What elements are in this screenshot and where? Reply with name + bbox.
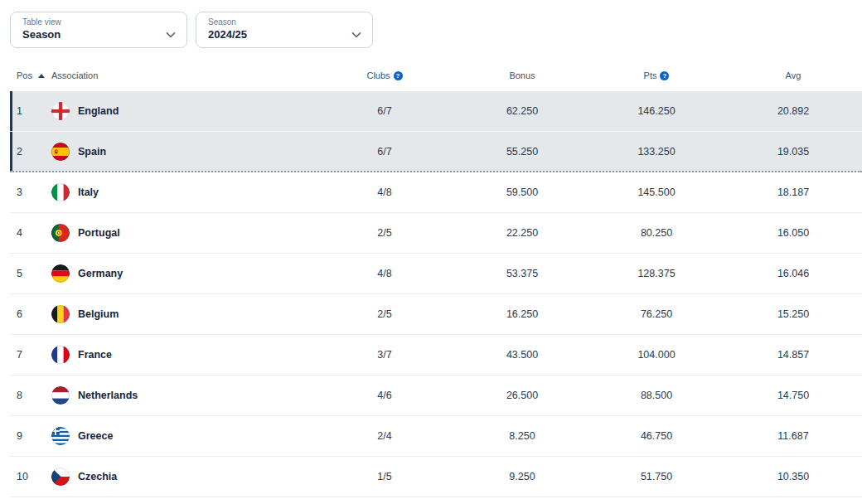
column-header-pos[interactable]: Pos [10, 70, 50, 80]
column-header-pts[interactable]: Pts ? [588, 70, 724, 80]
pts-value: 145.500 [588, 187, 724, 198]
association-name: Czechia [78, 471, 117, 482]
ranking-table: Pos Association Clubs ? Bonus Pts ? Avg … [10, 60, 862, 497]
season-select[interactable]: Season 2024/25 [196, 12, 373, 48]
table-row[interactable]: 4 Portugal 2/5 22.250 80.250 16.050 [10, 213, 862, 254]
bonus-value: 22.250 [456, 227, 588, 239]
bonus-value: 55.250 [456, 146, 588, 158]
avg-value: 15.250 [724, 308, 862, 320]
table-row[interactable]: 10 Czechia 1/5 9.250 51.750 10.350 [10, 457, 862, 497]
chevron-down-icon [351, 27, 361, 33]
flag-italy-icon [51, 183, 70, 201]
avg-value: 16.050 [724, 227, 862, 239]
table-row[interactable]: 1 England 6/7 62.250 146.250 20.892 [10, 91, 862, 132]
pts-value: 128.375 [588, 268, 724, 279]
position: 2 [10, 146, 50, 158]
association-name: Spain [78, 146, 106, 158]
table-row[interactable]: 9 Greece 2/4 8.250 46.750 11.687 [10, 416, 862, 457]
bonus-value: 59.500 [456, 187, 588, 198]
sort-ascending-icon [38, 74, 45, 78]
association-name: France [78, 349, 112, 361]
clubs-value: 2/4 [313, 430, 456, 442]
association-name: Germany [78, 268, 123, 279]
avg-value: 11.687 [724, 430, 862, 442]
pts-value: 88.500 [588, 390, 724, 401]
clubs-value: 4/6 [313, 390, 456, 401]
clubs-value: 1/5 [313, 471, 456, 482]
flag-france-icon [51, 346, 70, 364]
pts-value: 46.750 [588, 430, 724, 442]
position: 4 [10, 227, 50, 239]
association-name: Netherlands [78, 390, 138, 401]
flag-portugal-icon [51, 224, 70, 242]
table-header-row: Pos Association Clubs ? Bonus Pts ? Avg [10, 60, 862, 91]
pts-value: 146.250 [588, 105, 724, 117]
table-row[interactable]: 7 France 3/7 43.500 104.000 14.857 [10, 335, 862, 376]
association-name: Greece [78, 430, 113, 442]
table-body: 1 England 6/7 62.250 146.250 20.892 2 Sp… [10, 91, 862, 497]
table-row[interactable]: 8 Netherlands 4/6 26.500 88.500 14.750 [10, 376, 862, 416]
bonus-value: 62.250 [456, 105, 588, 117]
avg-value: 20.892 [724, 105, 862, 117]
bonus-value: 8.250 [456, 430, 588, 442]
avg-value: 14.857 [724, 349, 862, 361]
clubs-value: 6/7 [313, 105, 456, 117]
table-view-select-label: Table view [22, 17, 158, 28]
flag-germany-icon [51, 264, 70, 283]
clubs-value: 4/8 [313, 268, 456, 279]
flag-netherlands-icon [51, 386, 70, 405]
pts-value: 80.250 [588, 227, 724, 239]
column-header-avg[interactable]: Avg [724, 70, 862, 80]
avg-value: 14.750 [724, 390, 862, 401]
flag-belgium-icon [51, 305, 70, 323]
pts-value: 133.250 [588, 146, 724, 158]
table-view-select-value: Season [22, 28, 158, 42]
flag-spain-icon [51, 143, 70, 161]
clubs-value: 6/7 [313, 146, 456, 158]
pts-value: 76.250 [588, 308, 724, 320]
help-icon[interactable]: ? [394, 71, 403, 80]
bonus-value: 16.250 [456, 308, 588, 320]
bonus-value: 9.250 [456, 471, 588, 482]
season-select-value: 2024/25 [208, 28, 344, 42]
association-name: Portugal [78, 227, 120, 239]
table-row[interactable]: 6 Belgium 2/5 16.250 76.250 15.250 [10, 294, 862, 335]
table-row[interactable]: 3 Italy 4/8 59.500 145.500 18.187 [10, 172, 862, 213]
table-view-select[interactable]: Table view Season [10, 12, 187, 48]
association-name: England [78, 105, 119, 117]
help-icon[interactable]: ? [660, 71, 669, 80]
association-name: Italy [78, 187, 99, 198]
pts-value: 104.000 [588, 349, 724, 361]
flag-greece-icon [51, 427, 70, 445]
position: 1 [10, 105, 50, 117]
bonus-value: 53.375 [456, 268, 588, 279]
position: 10 [10, 471, 50, 482]
table-row[interactable]: 5 Germany 4/8 53.375 128.375 16.046 [10, 254, 862, 294]
filter-bar: Table view Season Season 2024/25 [0, 0, 862, 48]
flag-czechia-icon [51, 468, 70, 486]
bonus-value: 43.500 [456, 349, 588, 361]
association-name: Belgium [78, 308, 119, 320]
bonus-value: 26.500 [456, 390, 588, 401]
clubs-value: 2/5 [313, 308, 456, 320]
position: 7 [10, 349, 50, 361]
position: 8 [10, 390, 50, 401]
column-header-association[interactable]: Association [50, 70, 313, 80]
avg-value: 10.350 [724, 471, 862, 482]
pts-value: 51.750 [588, 471, 724, 482]
position: 6 [10, 308, 50, 320]
avg-value: 18.187 [724, 187, 862, 198]
season-select-label: Season [208, 17, 344, 28]
position: 9 [10, 430, 50, 442]
column-header-bonus[interactable]: Bonus [456, 70, 588, 80]
table-row[interactable]: 2 Spain 6/7 55.250 133.250 19.035 [10, 132, 862, 172]
column-header-clubs[interactable]: Clubs ? [313, 70, 456, 80]
clubs-value: 2/5 [313, 227, 456, 239]
clubs-value: 3/7 [313, 349, 456, 361]
chevron-down-icon [166, 27, 176, 33]
avg-value: 19.035 [724, 146, 862, 158]
position: 3 [10, 187, 50, 198]
flag-england-icon [51, 102, 70, 120]
position: 5 [10, 268, 50, 279]
clubs-value: 4/8 [313, 187, 456, 198]
